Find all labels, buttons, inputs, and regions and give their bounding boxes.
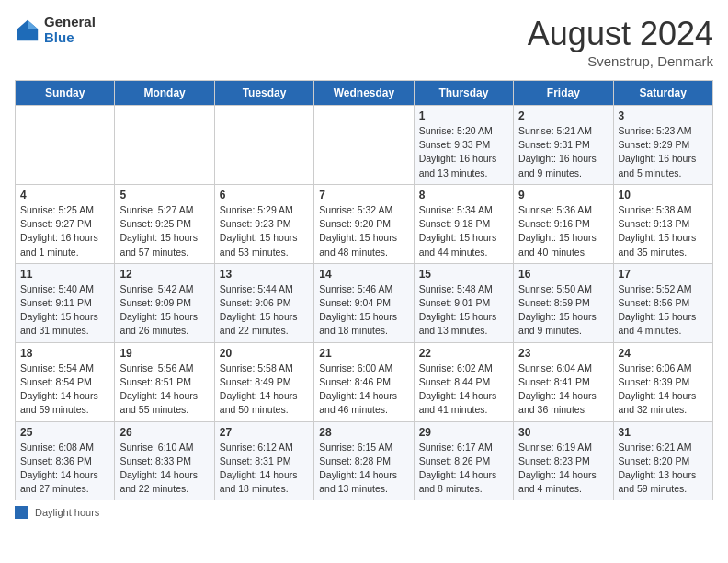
day-number: 10	[619, 189, 708, 201]
calendar-cell: 11Sunrise: 5:40 AM Sunset: 9:11 PM Dayli…	[16, 263, 115, 342]
day-number: 26	[119, 426, 209, 439]
calendar-cell	[115, 106, 214, 185]
day-detail: Sunrise: 5:32 AM Sunset: 9:20 PM Dayligh…	[319, 203, 408, 259]
day-detail: Sunrise: 5:46 AM Sunset: 9:04 PM Dayligh…	[319, 282, 408, 339]
day-detail: Sunrise: 5:29 AM Sunset: 9:23 PM Dayligh…	[220, 203, 309, 259]
calendar-cell: 3Sunrise: 5:23 AM Sunset: 9:29 PM Daylig…	[613, 106, 712, 185]
day-detail: Sunrise: 6:08 AM Sunset: 8:36 PM Dayligh…	[20, 441, 109, 497]
day-detail: Sunrise: 5:44 AM Sunset: 9:06 PM Dayligh…	[220, 282, 309, 339]
days-header-row: SundayMondayTuesdayWednesdayThursdayFrid…	[16, 81, 713, 106]
day-detail: Sunrise: 5:50 AM Sunset: 8:59 PM Dayligh…	[518, 282, 608, 339]
legend-label: Daylight hours	[35, 507, 99, 518]
day-detail: Sunrise: 6:15 AM Sunset: 8:28 PM Dayligh…	[319, 441, 408, 497]
page-header: General Blue August 2024 Svenstrup, Denm…	[15, 15, 713, 69]
day-number: 12	[119, 268, 209, 281]
day-number: 29	[419, 426, 508, 439]
calendar-week-4: 25Sunrise: 6:08 AM Sunset: 8:36 PM Dayli…	[16, 421, 713, 500]
calendar-cell	[214, 106, 313, 185]
calendar-cell: 8Sunrise: 5:34 AM Sunset: 9:18 PM Daylig…	[414, 184, 513, 263]
day-detail: Sunrise: 5:40 AM Sunset: 9:11 PM Dayligh…	[20, 282, 109, 339]
day-number: 16	[518, 268, 608, 281]
calendar-cell: 16Sunrise: 5:50 AM Sunset: 8:59 PM Dayli…	[514, 263, 613, 342]
calendar-week-0: 1Sunrise: 5:20 AM Sunset: 9:33 PM Daylig…	[16, 106, 713, 185]
day-detail: Sunrise: 5:38 AM Sunset: 9:13 PM Dayligh…	[619, 203, 708, 259]
title-block: August 2024 Svenstrup, Denmark	[528, 15, 713, 69]
day-header-friday: Friday	[514, 81, 613, 106]
day-detail: Sunrise: 5:54 AM Sunset: 8:54 PM Dayligh…	[20, 362, 109, 418]
day-number: 23	[518, 347, 608, 360]
calendar-cell: 6Sunrise: 5:29 AM Sunset: 9:23 PM Daylig…	[214, 184, 313, 263]
day-number: 3	[619, 109, 708, 122]
day-detail: Sunrise: 6:10 AM Sunset: 8:33 PM Dayligh…	[119, 441, 209, 497]
calendar-cell: 9Sunrise: 5:36 AM Sunset: 9:16 PM Daylig…	[514, 184, 613, 263]
calendar-cell: 31Sunrise: 6:21 AM Sunset: 8:20 PM Dayli…	[613, 421, 712, 500]
day-number: 19	[119, 347, 209, 360]
day-detail: Sunrise: 5:36 AM Sunset: 9:16 PM Dayligh…	[518, 203, 608, 259]
calendar-cell: 15Sunrise: 5:48 AM Sunset: 9:01 PM Dayli…	[414, 263, 513, 342]
logo-blue: Blue	[44, 30, 96, 46]
day-number: 28	[319, 426, 408, 439]
calendar-cell: 19Sunrise: 5:56 AM Sunset: 8:51 PM Dayli…	[115, 342, 214, 421]
day-number: 31	[619, 426, 708, 439]
day-detail: Sunrise: 6:00 AM Sunset: 8:46 PM Dayligh…	[319, 362, 408, 418]
day-number: 14	[319, 268, 408, 281]
day-number: 6	[220, 189, 309, 201]
day-number: 15	[419, 268, 508, 281]
calendar-cell: 22Sunrise: 6:02 AM Sunset: 8:44 PM Dayli…	[414, 342, 513, 421]
day-detail: Sunrise: 5:25 AM Sunset: 9:27 PM Dayligh…	[20, 203, 109, 259]
calendar-cell: 10Sunrise: 5:38 AM Sunset: 9:13 PM Dayli…	[613, 184, 712, 263]
calendar-week-2: 11Sunrise: 5:40 AM Sunset: 9:11 PM Dayli…	[16, 263, 713, 342]
calendar-cell: 29Sunrise: 6:17 AM Sunset: 8:26 PM Dayli…	[414, 421, 513, 500]
calendar-table: SundayMondayTuesdayWednesdayThursdayFrid…	[15, 80, 713, 500]
logo-text: General Blue	[44, 15, 96, 45]
calendar-cell: 24Sunrise: 6:06 AM Sunset: 8:39 PM Dayli…	[613, 342, 712, 421]
day-detail: Sunrise: 6:19 AM Sunset: 8:23 PM Dayligh…	[518, 441, 608, 497]
calendar-cell: 4Sunrise: 5:25 AM Sunset: 9:27 PM Daylig…	[16, 184, 115, 263]
day-number: 13	[220, 268, 309, 281]
day-number: 4	[20, 189, 109, 201]
logo: General Blue	[15, 15, 96, 45]
calendar-cell: 20Sunrise: 5:58 AM Sunset: 8:49 PM Dayli…	[214, 342, 313, 421]
legend-box	[15, 506, 28, 519]
calendar-cell: 1Sunrise: 5:20 AM Sunset: 9:33 PM Daylig…	[414, 106, 513, 185]
calendar-week-3: 18Sunrise: 5:54 AM Sunset: 8:54 PM Dayli…	[16, 342, 713, 421]
day-number: 1	[419, 109, 508, 122]
day-detail: Sunrise: 5:42 AM Sunset: 9:09 PM Dayligh…	[119, 282, 209, 339]
logo-icon	[15, 17, 40, 43]
day-detail: Sunrise: 5:21 AM Sunset: 9:31 PM Dayligh…	[518, 124, 608, 180]
day-number: 11	[20, 268, 109, 281]
day-detail: Sunrise: 5:48 AM Sunset: 9:01 PM Dayligh…	[419, 282, 508, 339]
day-number: 22	[419, 347, 508, 360]
day-number: 9	[518, 189, 608, 201]
day-detail: Sunrise: 5:23 AM Sunset: 9:29 PM Dayligh…	[619, 124, 708, 180]
day-detail: Sunrise: 6:21 AM Sunset: 8:20 PM Dayligh…	[619, 441, 708, 497]
calendar-cell: 13Sunrise: 5:44 AM Sunset: 9:06 PM Dayli…	[214, 263, 313, 342]
day-detail: Sunrise: 5:34 AM Sunset: 9:18 PM Dayligh…	[419, 203, 508, 259]
calendar-week-1: 4Sunrise: 5:25 AM Sunset: 9:27 PM Daylig…	[16, 184, 713, 263]
day-number: 20	[220, 347, 309, 360]
calendar-cell: 17Sunrise: 5:52 AM Sunset: 8:56 PM Dayli…	[613, 263, 712, 342]
day-detail: Sunrise: 6:04 AM Sunset: 8:41 PM Dayligh…	[518, 362, 608, 418]
calendar-cell: 18Sunrise: 5:54 AM Sunset: 8:54 PM Dayli…	[16, 342, 115, 421]
day-number: 24	[619, 347, 708, 360]
calendar-cell: 2Sunrise: 5:21 AM Sunset: 9:31 PM Daylig…	[514, 106, 613, 185]
calendar-cell: 30Sunrise: 6:19 AM Sunset: 8:23 PM Dayli…	[514, 421, 613, 500]
day-header-saturday: Saturday	[613, 81, 712, 106]
day-header-tuesday: Tuesday	[214, 81, 313, 106]
day-number: 30	[518, 426, 608, 439]
calendar-cell: 14Sunrise: 5:46 AM Sunset: 9:04 PM Dayli…	[314, 263, 414, 342]
day-number: 2	[518, 109, 608, 122]
calendar-cell: 25Sunrise: 6:08 AM Sunset: 8:36 PM Dayli…	[16, 421, 115, 500]
calendar-cell: 23Sunrise: 6:04 AM Sunset: 8:41 PM Dayli…	[514, 342, 613, 421]
day-header-monday: Monday	[115, 81, 214, 106]
calendar-location: Svenstrup, Denmark	[528, 53, 713, 69]
calendar-cell	[314, 106, 414, 185]
day-detail: Sunrise: 5:58 AM Sunset: 8:49 PM Dayligh…	[220, 362, 309, 418]
svg-marker-1	[28, 19, 38, 29]
day-detail: Sunrise: 5:27 AM Sunset: 9:25 PM Dayligh…	[119, 203, 209, 259]
calendar-cell: 5Sunrise: 5:27 AM Sunset: 9:25 PM Daylig…	[115, 184, 214, 263]
day-detail: Sunrise: 6:17 AM Sunset: 8:26 PM Dayligh…	[419, 441, 508, 497]
day-header-wednesday: Wednesday	[314, 81, 414, 106]
legend: Daylight hours	[15, 506, 713, 519]
calendar-cell: 7Sunrise: 5:32 AM Sunset: 9:20 PM Daylig…	[314, 184, 414, 263]
